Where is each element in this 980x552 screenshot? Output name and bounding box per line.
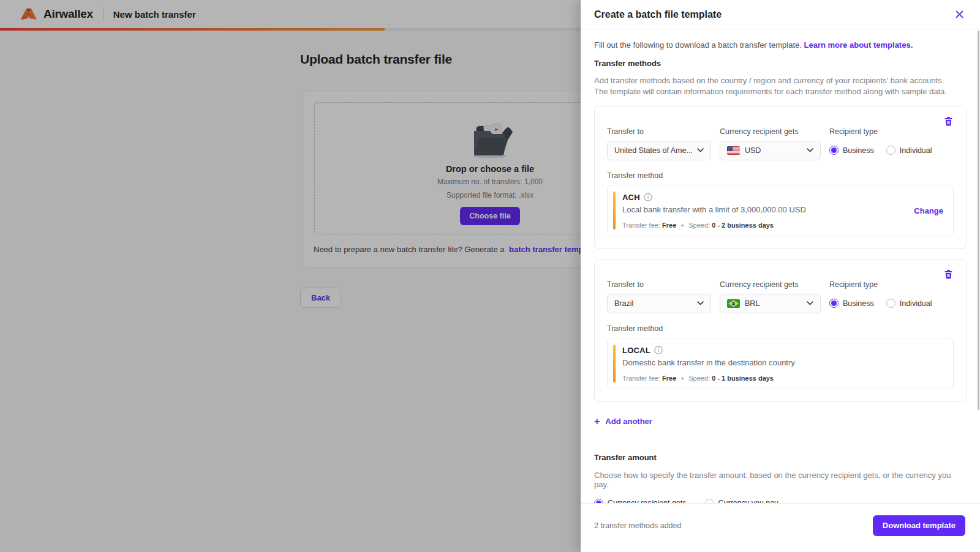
transfer-method-card-usd: Transfer to United States of Ame... Curr… — [594, 106, 967, 249]
transfer-method-label: Transfer method — [607, 324, 954, 333]
method-fee-line: Transfer fee: Free • Speed: 0 - 1 busine… — [622, 375, 943, 382]
speed-label: Speed: — [688, 375, 710, 382]
business-radio-label: Business — [843, 299, 874, 308]
individual-radio[interactable]: Individual — [886, 299, 932, 308]
currency-recipient-gets-label: Currency recipient gets — [608, 499, 687, 503]
us-flag-icon — [727, 146, 740, 155]
currency-select-value: BRL — [745, 299, 760, 308]
speed-value: 0 - 1 business days — [712, 375, 774, 382]
method-name: LOCAL — [622, 346, 650, 355]
individual-radio-label: Individual — [900, 146, 932, 155]
business-radio-label: Business — [843, 146, 874, 155]
currency-recipient-gets-radio[interactable]: Currency recipient gets — [594, 499, 687, 503]
transfer-method-label: Transfer method — [607, 171, 954, 180]
transfer-to-label: Transfer to — [607, 127, 711, 136]
chevron-down-icon — [807, 148, 813, 152]
create-template-drawer: Create a batch file template Fill out th… — [581, 0, 980, 552]
transfer-amount-description: Choose how to specify the transfer amoun… — [594, 471, 967, 489]
radio-unselected-icon — [886, 299, 895, 308]
change-method-link[interactable]: Change — [914, 206, 943, 215]
recipient-type-field: Recipient type Business Individual — [829, 127, 932, 160]
business-radio[interactable]: Business — [829, 146, 874, 155]
drawer-scrollbar[interactable] — [978, 31, 979, 410]
app-window: Airwallex New batch transfer Upload batc… — [0, 0, 980, 552]
transfer-method-card-brl: Transfer to Brazil Currency recipient ge… — [594, 259, 967, 402]
recipient-type-field: Recipient type Business Individual — [829, 280, 932, 313]
transfer-method-box-ach: ACH Local bank transfer with a limit of … — [607, 185, 954, 236]
country-select-value: United States of Ame... — [614, 146, 693, 155]
radio-unselected-icon — [886, 146, 895, 155]
download-template-button[interactable]: Download template — [873, 515, 965, 536]
info-icon[interactable] — [644, 193, 652, 201]
radio-unselected-icon — [705, 499, 714, 503]
currency-field: Currency recipient gets USD — [720, 127, 821, 160]
close-icon[interactable] — [952, 7, 967, 22]
transfer-method-box-local: LOCAL Domestic bank transfer in the dest… — [607, 338, 954, 389]
country-select[interactable]: Brazil — [607, 294, 711, 313]
delete-icon[interactable] — [943, 116, 954, 127]
transfer-methods-heading: Transfer methods — [594, 59, 967, 68]
recipient-type-label: Recipient type — [829, 280, 932, 289]
speed-value: 0 - 2 business days — [712, 222, 774, 229]
info-icon[interactable] — [654, 346, 663, 354]
learn-more-link[interactable]: Learn more about templates. — [804, 40, 913, 50]
currency-label: Currency recipient gets — [720, 280, 821, 289]
fee-value: Free — [662, 222, 676, 229]
br-flag-icon — [727, 299, 740, 308]
delete-icon[interactable] — [943, 269, 954, 280]
method-description: Local bank transfer with a limit of 3,00… — [622, 205, 943, 214]
radio-selected-icon — [829, 299, 839, 308]
transfer-to-field: Transfer to United States of Ame... — [607, 127, 711, 160]
transfer-amount-heading: Transfer amount — [594, 453, 967, 462]
separator: • — [681, 375, 684, 382]
method-description: Domestic bank transfer in the destinatio… — [622, 358, 943, 367]
drawer-header: Create a batch file template — [581, 0, 980, 29]
add-another-button[interactable]: + Add another — [594, 417, 652, 427]
separator: • — [681, 222, 684, 229]
drawer-body: Fill out the following to download a bat… — [581, 29, 980, 503]
transfer-to-label: Transfer to — [607, 280, 711, 289]
plus-icon: + — [594, 417, 600, 427]
radio-selected-icon — [829, 146, 839, 155]
drawer-footer: 2 transfer methods added Download templa… — [581, 503, 980, 552]
currency-you-pay-radio[interactable]: Currency you pay — [705, 499, 778, 503]
chevron-down-icon — [697, 148, 704, 152]
methods-added-status: 2 transfer methods added — [594, 521, 681, 530]
country-select[interactable]: United States of Ame... — [607, 141, 711, 160]
currency-select-value: USD — [745, 146, 761, 155]
transfer-to-field: Transfer to Brazil — [607, 280, 711, 313]
add-another-label: Add another — [605, 417, 652, 426]
radio-selected-icon — [594, 499, 603, 503]
drawer-title: Create a batch file template — [594, 9, 722, 20]
drawer-intro-text: Fill out the following to download a bat… — [594, 40, 802, 50]
speed-label: Speed: — [688, 222, 710, 229]
currency-select[interactable]: BRL — [720, 294, 821, 313]
currency-field: Currency recipient gets BRL — [720, 280, 821, 313]
individual-radio[interactable]: Individual — [886, 146, 932, 155]
individual-radio-label: Individual — [900, 299, 932, 308]
transfer-methods-description: Add transfer methods based on the countr… — [594, 75, 956, 97]
fee-label: Transfer fee: — [622, 375, 660, 382]
method-fee-line: Transfer fee: Free • Speed: 0 - 2 busine… — [622, 222, 943, 229]
fee-label: Transfer fee: — [622, 222, 660, 229]
chevron-down-icon — [807, 301, 813, 305]
chevron-down-icon — [697, 301, 704, 305]
method-name: ACH — [622, 193, 640, 202]
business-radio[interactable]: Business — [829, 299, 874, 308]
currency-you-pay-label: Currency you pay — [718, 499, 778, 503]
fee-value: Free — [662, 375, 676, 382]
currency-select[interactable]: USD — [720, 141, 821, 160]
country-select-value: Brazil — [614, 299, 633, 308]
recipient-type-label: Recipient type — [829, 127, 932, 136]
currency-label: Currency recipient gets — [720, 127, 821, 136]
